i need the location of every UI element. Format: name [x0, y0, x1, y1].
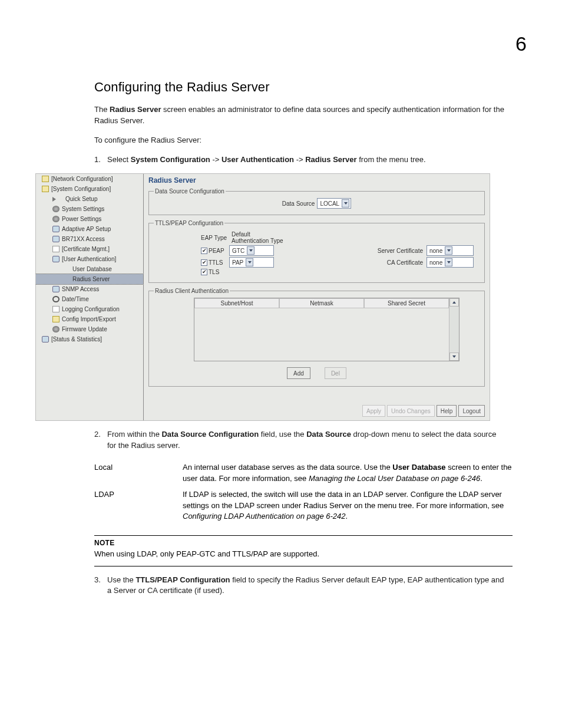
icon-gear-icon	[52, 216, 59, 222]
bold-data-source: Data Source	[306, 430, 351, 439]
peap-checkbox[interactable]: ✔	[201, 248, 207, 254]
radius-client-auth-group: Radius Client Authentication Subnet/Host…	[148, 288, 485, 387]
tree-item[interactable]: Quick Setup	[36, 194, 143, 204]
icon-db-icon	[42, 336, 49, 342]
tree-item[interactable]: [Status & Statistics]	[36, 334, 143, 344]
eap-type-header: EAP Type	[201, 235, 229, 241]
server-cert-label: Server Certificate	[358, 248, 427, 254]
data-source-label: Data Source	[282, 200, 315, 207]
del-button[interactable]: Del	[325, 367, 346, 379]
def-term: Local	[94, 462, 183, 485]
def-row-ldap: LDAP If LDAP is selected, the switch wil…	[94, 487, 524, 525]
icon-folder-icon	[42, 176, 49, 182]
text: If LDAP is selected, the switch will use…	[183, 490, 504, 510]
app-window: [Network Configuration][System Configura…	[35, 173, 490, 421]
ttls-checkbox[interactable]: ✔	[201, 259, 207, 266]
tree-item[interactable]: Adaptive AP Setup	[36, 224, 143, 234]
dropdown-caret-icon	[445, 258, 452, 266]
step-text: Use the TTLS/PEAP Configuration field to…	[107, 575, 507, 597]
tree-item[interactable]: SNMP Access	[36, 284, 143, 294]
step-number: 2.	[94, 429, 107, 452]
note-block: NOTE When using LDAP, only PEAP-GTC and …	[94, 535, 513, 566]
tree-item[interactable]: [Network Configuration]	[36, 174, 143, 184]
tree-item-label: Config Import/Export	[62, 315, 116, 324]
scroll-down-icon[interactable]	[449, 353, 459, 361]
ttls-label: TTLS	[209, 259, 223, 266]
peap-auth-select[interactable]: GTC	[229, 245, 274, 256]
tree-item-label: Firmware Update	[62, 325, 107, 334]
bold-system-configuration: System Configuration	[131, 155, 210, 164]
ttls-auth-select[interactable]: PAP	[229, 257, 274, 268]
data-source-config-legend: Data Source Configuration	[154, 188, 226, 195]
ca-cert-select[interactable]: none	[427, 257, 474, 268]
server-cert-value: none	[429, 248, 442, 254]
text: ->	[210, 155, 222, 164]
col-subnet-host[interactable]: Subnet/Host	[194, 298, 279, 308]
bold-ttls-peap-config: TTLS/PEAP Configuration	[135, 575, 230, 584]
tree-item[interactable]: [System Configuration]	[36, 184, 143, 194]
step-3: 3. Use the TTLS/PEAP Configuration field…	[94, 575, 507, 597]
ttls-auth-value: PAP	[232, 259, 243, 266]
definition-table: Local An internal user database serves a…	[94, 460, 524, 525]
step-number: 1.	[94, 154, 107, 166]
tree-item[interactable]: User Database	[36, 264, 143, 274]
tree-icon	[63, 266, 70, 272]
default-auth-type-header: Default Authentication Type	[229, 231, 285, 244]
add-button[interactable]: Add	[287, 367, 310, 379]
tree-item-label: System Settings	[62, 205, 104, 213]
icon-folder-icon	[42, 186, 49, 192]
step-text: From within the Data Source Configuratio…	[107, 429, 507, 452]
tree-item[interactable]: BR71XX Access	[36, 234, 143, 244]
icon-file-icon	[52, 246, 59, 252]
tree-item[interactable]: Logging Configuration	[36, 304, 143, 314]
nav-tree[interactable]: [Network Configuration][System Configura…	[36, 174, 144, 420]
tree-item[interactable]: Power Settings	[36, 214, 143, 224]
apply-button[interactable]: Apply	[362, 405, 385, 417]
tree-item[interactable]: Date/Time	[36, 294, 143, 304]
dropdown-caret-icon	[342, 199, 349, 207]
table-scrollbar[interactable]	[449, 298, 459, 361]
col-shared-secret[interactable]: Shared Secret	[364, 298, 449, 308]
icon-gear-icon	[52, 326, 59, 332]
tree-item[interactable]: Firmware Update	[36, 324, 143, 334]
tree-item[interactable]: Config Import/Export	[36, 314, 143, 324]
icon-db-icon	[52, 226, 59, 232]
text: An internal user database serves as the …	[183, 463, 392, 472]
ca-cert-label: CA Certificate	[358, 259, 427, 266]
peap-auth-value: GTC	[232, 248, 244, 254]
scroll-up-icon[interactable]	[449, 298, 459, 307]
tree-item[interactable]: [User Authentication]	[36, 254, 143, 264]
icon-gear-icon	[52, 206, 59, 212]
tree-item[interactable]: Radius Server	[36, 274, 143, 284]
text: Select	[107, 155, 131, 164]
divider	[94, 535, 513, 536]
tree-item[interactable]: [Certificate Mgmt.]	[36, 244, 143, 254]
client-table-body[interactable]	[194, 308, 449, 361]
tree-item-label: [Status & Statistics]	[51, 335, 102, 344]
ttls-peap-config-legend: TTLS/PEAP Configuration	[154, 220, 224, 226]
def-desc: If LDAP is selected, the switch will use…	[183, 489, 524, 523]
note-label: NOTE	[94, 538, 513, 548]
radius-client-auth-legend: Radius Client Authentication	[154, 288, 230, 294]
text: From within the	[107, 430, 161, 439]
icon-arrow-icon	[52, 197, 63, 202]
bold-data-source-config: Data Source Configuration	[161, 430, 259, 439]
undo-changes-button[interactable]: Undo Changes	[387, 405, 435, 417]
help-button[interactable]: Help	[437, 405, 457, 417]
dropdown-caret-icon	[445, 246, 452, 255]
step-number: 3.	[94, 575, 107, 597]
intro-paragraph-1: The Radius Server screen enables an admi…	[94, 104, 507, 127]
def-term: LDAP	[94, 489, 183, 523]
server-cert-select[interactable]: none	[427, 245, 474, 256]
tree-item-label: Logging Configuration	[62, 305, 120, 314]
text: Use the	[107, 575, 135, 584]
peap-label: PEAP	[209, 248, 224, 254]
page-number: 6	[515, 32, 527, 55]
dropdown-caret-icon	[246, 258, 253, 266]
logout-button[interactable]: Logout	[458, 405, 485, 417]
data-source-select[interactable]: LOCAL	[317, 198, 351, 209]
tree-item[interactable]: System Settings	[36, 204, 143, 214]
tls-checkbox[interactable]: ✔	[201, 269, 207, 275]
col-netmask[interactable]: Netmask	[279, 298, 364, 308]
data-source-value: LOCAL	[320, 200, 339, 207]
